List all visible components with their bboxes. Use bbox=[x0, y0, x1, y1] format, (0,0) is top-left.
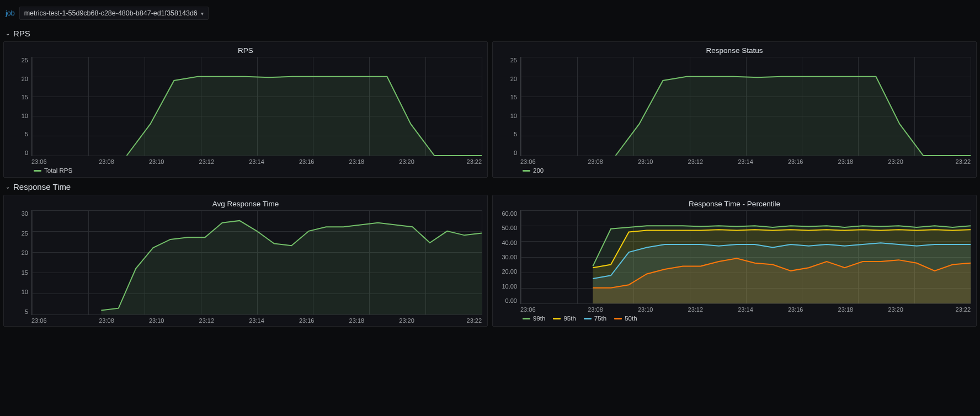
legend-swatch bbox=[584, 318, 592, 319]
panel-title: RPS bbox=[9, 46, 482, 55]
legend-item[interactable]: 200 bbox=[523, 167, 544, 174]
legend-item[interactable]: 50th bbox=[614, 315, 637, 322]
legend-swatch bbox=[34, 170, 41, 172]
legend-swatch bbox=[523, 318, 530, 319]
legend-item[interactable]: 99th bbox=[523, 315, 545, 322]
legend-rps: Total RPS bbox=[34, 167, 482, 174]
panel-pct-rt: Response Time - Percentile 60.0050.0040.… bbox=[492, 195, 977, 327]
chevron-down-icon: ▾ bbox=[201, 10, 204, 17]
section-title: RPS bbox=[13, 29, 30, 38]
legend-label: 99th bbox=[533, 315, 545, 322]
plot-status: 2520151050 bbox=[498, 57, 971, 156]
job-select-value: metrics-test-1-55d9cb68-c28e-480b-b847-e… bbox=[24, 9, 198, 17]
legend-label: 200 bbox=[533, 167, 544, 174]
job-select[interactable]: metrics-test-1-55d9cb68-c28e-480b-b847-e… bbox=[19, 7, 209, 20]
chevron-down-icon: ⌄ bbox=[6, 30, 10, 36]
panel-title: Response Status bbox=[498, 46, 971, 55]
panel-avg-rt: Avg Response Time 30252015105 23:0623:08… bbox=[3, 195, 488, 327]
panel-rps: RPS 2520151050 23:0623:0823:1023:1223:14… bbox=[3, 41, 488, 178]
plot-pct-rt: 60.0050.0040.0030.0020.0010.000.00 bbox=[498, 210, 971, 304]
legend-swatch bbox=[614, 318, 622, 319]
panel-title: Response Time - Percentile bbox=[498, 200, 971, 208]
row-rt: Avg Response Time 30252015105 23:0623:08… bbox=[3, 195, 977, 327]
legend-item[interactable]: Total RPS bbox=[34, 167, 72, 174]
legend-item[interactable]: 75th bbox=[584, 315, 606, 322]
plot-avg-rt: 30252015105 bbox=[9, 210, 482, 315]
legend-label: Total RPS bbox=[44, 167, 72, 174]
legend-swatch bbox=[523, 170, 530, 172]
job-label: job bbox=[6, 9, 15, 17]
legend-label: 50th bbox=[625, 315, 637, 322]
legend-swatch bbox=[553, 318, 561, 319]
topbar: job metrics-test-1-55d9cb68-c28e-480b-b8… bbox=[3, 6, 977, 24]
legend-status: 200 bbox=[523, 167, 971, 174]
legend-item[interactable]: 95th bbox=[553, 315, 576, 322]
plot-rps: 2520151050 bbox=[9, 57, 482, 156]
section-header-rps[interactable]: ⌄ RPS bbox=[3, 29, 977, 38]
panel-title: Avg Response Time bbox=[9, 200, 482, 208]
row-rps: RPS 2520151050 23:0623:0823:1023:1223:14… bbox=[3, 41, 977, 178]
legend-label: 75th bbox=[594, 315, 606, 322]
panel-status: Response Status 2520151050 23:0623:0823:… bbox=[492, 41, 977, 178]
section-title: Response Time bbox=[13, 182, 71, 191]
section-header-rt[interactable]: ⌄ Response Time bbox=[3, 182, 977, 191]
chevron-down-icon: ⌄ bbox=[6, 184, 10, 190]
legend-label: 95th bbox=[563, 315, 576, 322]
legend-pct-rt: 99th 95th 75th 50th bbox=[523, 315, 971, 322]
